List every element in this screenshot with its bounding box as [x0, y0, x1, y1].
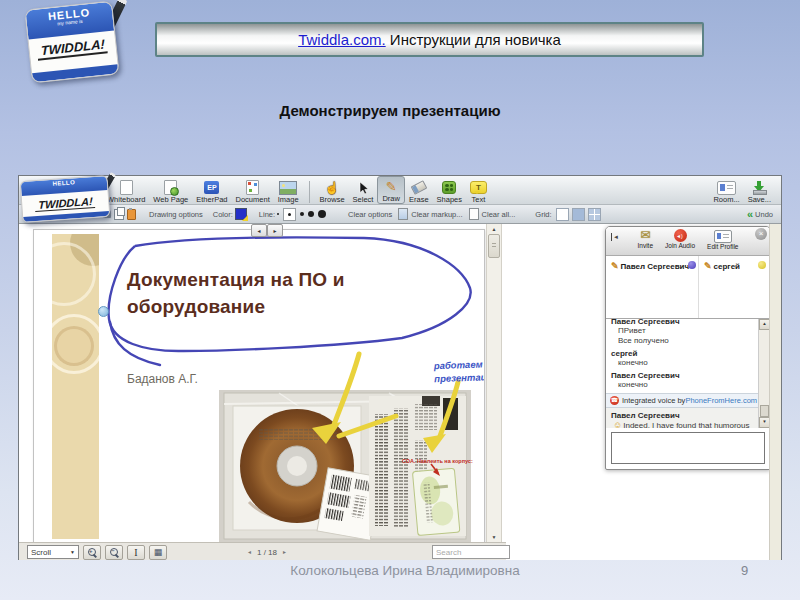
slide-title-bar: Twiddla.com. Инструкции для новичка [155, 22, 704, 57]
webpage-button[interactable]: Web Page [149, 177, 192, 204]
next-page-icon[interactable] [282, 549, 287, 555]
tool-label: Shapes [437, 195, 462, 204]
drawing-options-label[interactable]: Drawing options [149, 210, 203, 219]
chat-panel: ✉ Invite Join Audio Edit Profile × ✎Паве… [605, 226, 771, 470]
search-input[interactable] [432, 545, 510, 559]
select-cursor-icon [358, 181, 369, 195]
invite-button[interactable]: ✉ Invite [638, 229, 654, 255]
line-size-4[interactable] [308, 211, 314, 217]
browse-button[interactable]: ☝ Browse [316, 177, 349, 204]
chat-input[interactable] [611, 432, 765, 464]
grid-option-solid[interactable] [572, 208, 585, 221]
text-button[interactable]: T Text [466, 177, 491, 204]
document-scrollbar[interactable] [486, 224, 502, 542]
copy-icon[interactable] [114, 209, 124, 220]
message-author: Павел Сергеевич [606, 408, 759, 420]
line-size-3[interactable] [300, 212, 304, 216]
color-swatch[interactable] [235, 208, 247, 220]
text-bubble-icon: T [470, 181, 487, 194]
undo-button[interactable]: Undo [755, 210, 773, 219]
prev-page-icon[interactable] [247, 549, 252, 555]
zoom-in-button[interactable] [83, 545, 101, 560]
cd-package-photo [219, 390, 471, 542]
slide-doc-title: Документация на ПО и оборудование [127, 266, 345, 320]
user-name: Павел Сергеевич [621, 262, 690, 271]
twiddla-link[interactable]: Twiddla.com. [298, 31, 386, 48]
presentation-slide: Документация на ПО и оборудование Бадано… [33, 229, 485, 544]
image-icon [279, 181, 297, 195]
edit-profile-button[interactable]: Edit Profile [707, 229, 738, 255]
draw-button[interactable]: ✎ Draw [377, 176, 405, 204]
phonefromhere-link[interactable]: PhoneFromHere.com [685, 396, 757, 405]
line-size-5[interactable] [318, 210, 326, 218]
thumbnail-view-button[interactable]: ▦ [149, 545, 167, 560]
user-item[interactable]: ✎сергей [699, 256, 770, 318]
next-slide-button[interactable] [267, 224, 283, 237]
collapse-panel-icon[interactable] [611, 233, 619, 241]
toolbar-separator [309, 181, 310, 203]
logo-brand-text: TWIDDLA! [35, 195, 95, 212]
zoom-out-icon [110, 548, 119, 557]
prev-slide-button[interactable] [251, 224, 267, 237]
message-author: Павел Сергеевич [606, 368, 759, 380]
tool-label: Web Page [153, 195, 188, 204]
chevron-down-icon [70, 549, 75, 555]
grid-label: Grid: [535, 210, 551, 219]
logo-hello-text: HELLO [21, 177, 107, 189]
line-size-selected[interactable] [283, 208, 296, 221]
shapes-button[interactable]: Shapes [433, 177, 466, 204]
action-label: Invite [638, 242, 654, 250]
clear-options-label[interactable]: Clear options [348, 210, 392, 219]
tool-label: Erase [409, 195, 429, 204]
document-button[interactable]: Document [232, 177, 274, 204]
paste-icon[interactable] [127, 209, 136, 220]
canvas-right-scrollbar[interactable] [769, 224, 781, 560]
close-icon[interactable]: × [755, 228, 767, 240]
etherpad-icon: EP [204, 181, 219, 194]
erase-icon [410, 180, 427, 195]
scrollbar-thumb[interactable] [760, 405, 769, 417]
erase-button[interactable]: Erase [405, 177, 433, 204]
browse-hand-icon: ☝ [325, 182, 340, 194]
clear-markup-page-icon [398, 208, 408, 220]
app-twiddla-logo[interactable]: HELLO TWIDDLA! [21, 178, 109, 220]
invite-envelope-icon: ✉ [640, 229, 650, 242]
save-button[interactable]: Save... [744, 177, 775, 204]
whiteboard-canvas[interactable]: Документация на ПО и оборудование Бадано… [19, 224, 781, 560]
etherpad-button[interactable]: EP EtherPad [192, 177, 231, 204]
pencil-edit-icon: ✎ [611, 261, 619, 271]
actual-size-button[interactable]: I [127, 545, 145, 560]
chat-log[interactable]: Павел Сергеевич ПРивет Все получено серг… [606, 319, 770, 428]
join-audio-button[interactable]: Join Audio [665, 229, 695, 255]
slide-subtitle: Демонстрируем презентацию [0, 102, 780, 119]
slide-footer-author: Колокольцева Ирина Владимировна [0, 563, 800, 578]
tool-label: Whiteboard [107, 195, 145, 204]
room-button[interactable]: Room... [709, 177, 743, 204]
i-beam-icon: I [134, 547, 137, 558]
grid-option-none[interactable] [556, 208, 569, 221]
zoom-out-button[interactable] [105, 545, 123, 560]
user-item[interactable]: ✎Павел Сергеевич [606, 256, 699, 318]
scroll-mode-label: Scroll [31, 548, 51, 557]
clear-markup-button[interactable]: Clear markup... [411, 210, 462, 219]
message-author: сергей [606, 346, 759, 358]
draw-pencil-icon: ✎ [386, 180, 397, 193]
tool-label: Browse [320, 195, 345, 204]
scrollbar-thumb[interactable] [488, 234, 500, 258]
scroll-up-icon[interactable] [487, 224, 501, 234]
handwritten-note: работаем с презентацией [434, 357, 485, 385]
image-button[interactable]: Image [274, 177, 303, 204]
room-icon [717, 181, 736, 195]
chat-header: ✉ Invite Join Audio Edit Profile × [606, 227, 770, 256]
clear-all-button[interactable]: Clear all... [482, 210, 516, 219]
options-toolbar: Drawing options Color: Line: Clear optio… [19, 205, 781, 224]
phone-icon: ☎ [610, 396, 619, 405]
scroll-mode-dropdown[interactable]: Scroll [27, 545, 79, 559]
document-viewer-bar: Scroll I ▦ 1 / 18 [19, 542, 506, 560]
join-audio-icon [674, 229, 687, 242]
tool-label: Image [278, 195, 299, 204]
scroll-down-icon[interactable] [487, 532, 501, 542]
line-size-1[interactable] [277, 213, 279, 215]
select-button[interactable]: Select [349, 177, 378, 204]
grid-option-lines[interactable] [588, 208, 601, 221]
